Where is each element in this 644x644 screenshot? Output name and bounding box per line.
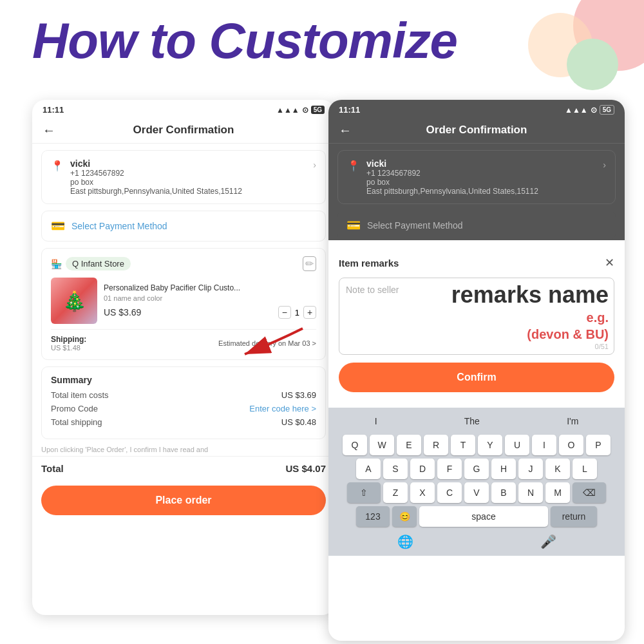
- left-header: ← Order Confirmation: [32, 120, 335, 144]
- key-s[interactable]: S: [383, 459, 408, 479]
- location-icon: 📍: [51, 160, 64, 172]
- remarks-close-button[interactable]: ✕: [605, 256, 614, 270]
- product-variant: 01 name and color: [104, 294, 316, 302]
- key-m[interactable]: M: [545, 482, 570, 503]
- key-j[interactable]: J: [518, 459, 543, 479]
- key-globe[interactable]: 🌐: [397, 534, 413, 549]
- right-payment-icon: 💳: [346, 218, 361, 232]
- key-numbers[interactable]: 123: [356, 506, 390, 527]
- summary-shipping-value: US $0.48: [281, 417, 316, 427]
- key-x[interactable]: X: [410, 482, 435, 503]
- right-back-button[interactable]: ←: [339, 123, 352, 138]
- store-name-badge: 🏪 Q Infant Store: [51, 257, 131, 270]
- key-z[interactable]: Z: [383, 482, 408, 503]
- store-header: 🏪 Q Infant Store ✏: [51, 256, 316, 271]
- address-city: East pittsburgh,Pennsylvania,United Stat…: [70, 187, 242, 196]
- key-a[interactable]: A: [356, 459, 381, 479]
- page-title: How to Customize: [32, 12, 457, 70]
- arrow-annotation: [232, 322, 309, 363]
- key-shift[interactable]: ⇧: [347, 482, 381, 503]
- summary-promo-label: Promo Code: [51, 404, 98, 413]
- key-space[interactable]: space: [419, 506, 548, 527]
- key-emoji[interactable]: 😊: [392, 506, 417, 527]
- right-payment-row[interactable]: 💳 Select Payment Method: [337, 211, 616, 240]
- right-status-icons: ▲▲▲ ⊙ 5G: [565, 105, 614, 115]
- key-k[interactable]: K: [545, 459, 570, 479]
- store-name: Q Infant Store: [66, 257, 131, 270]
- left-address-card[interactable]: 📍 vicki +1 1234567892 po box East pittsb…: [41, 150, 326, 204]
- remarks-input-area[interactable]: Note to seller 0/51 remarks name e.g.(de…: [339, 278, 614, 355]
- right-time: 11:11: [339, 105, 360, 115]
- keyboard-row-1: Q W E R T Y U I O P: [331, 435, 622, 455]
- bg-circle-green: [567, 39, 618, 90]
- key-o[interactable]: O: [559, 435, 583, 455]
- total-value: US $4.07: [285, 463, 326, 474]
- confirm-button[interactable]: Confirm: [339, 363, 614, 392]
- key-r[interactable]: R: [424, 435, 448, 455]
- summary-shipping-label: Total shipping: [51, 417, 102, 427]
- address-arrow: ›: [313, 160, 316, 170]
- key-y[interactable]: Y: [478, 435, 502, 455]
- product-name: Personalized Baby Pacifier Clip Custo...: [104, 283, 316, 294]
- key-u[interactable]: U: [505, 435, 529, 455]
- product-row: 🎄 Personalized Baby Pacifier Clip Custo.…: [51, 278, 316, 324]
- key-mic[interactable]: 🎤: [540, 534, 556, 549]
- key-c[interactable]: C: [437, 482, 462, 503]
- keyboard-suggestions: I The I'm: [331, 412, 622, 431]
- total-row: Total US $4.07: [32, 456, 335, 480]
- signal-icon: ▲▲▲: [276, 106, 299, 115]
- key-e[interactable]: E: [397, 435, 421, 455]
- key-l[interactable]: L: [573, 459, 597, 479]
- key-g[interactable]: G: [464, 459, 489, 479]
- summary-promo-row[interactable]: Promo Code Enter code here >: [51, 404, 316, 413]
- qty-decrease[interactable]: −: [278, 306, 291, 319]
- left-time: 11:11: [43, 105, 64, 115]
- shipping-label: Shipping:: [51, 335, 86, 344]
- keyboard: I The I'm Q W E R T Y U I O P A S D F G …: [328, 408, 625, 556]
- left-payment-row[interactable]: 💳 Select Payment Method: [41, 211, 326, 242]
- key-p[interactable]: P: [586, 435, 611, 455]
- key-h[interactable]: H: [491, 459, 516, 479]
- summary-item-cost-row: Total item costs US $3.69: [51, 390, 316, 400]
- summary-title: Summary: [51, 375, 316, 385]
- key-t[interactable]: T: [451, 435, 475, 455]
- keyboard-row-2: A S D F G H J K L: [331, 459, 622, 479]
- right-address-phone: +1 1234567892: [366, 169, 538, 178]
- remarks-modal: Item remarks ✕ Note to seller 0/51 remar…: [328, 247, 625, 408]
- left-back-button[interactable]: ←: [43, 123, 55, 138]
- key-i[interactable]: I: [532, 435, 556, 455]
- key-d[interactable]: D: [410, 459, 435, 479]
- right-wifi-icon: ⊙: [591, 106, 597, 115]
- key-delete[interactable]: ⌫: [573, 482, 606, 503]
- suggestion-im[interactable]: I'm: [560, 414, 585, 428]
- address-phone: +1 1234567892: [70, 169, 242, 178]
- suggestion-i[interactable]: I: [368, 414, 384, 428]
- key-w[interactable]: W: [370, 435, 394, 455]
- remarks-placeholder: Note to seller: [346, 285, 399, 295]
- qty-increase[interactable]: +: [303, 306, 316, 319]
- key-q[interactable]: Q: [343, 435, 367, 455]
- address-text: vicki +1 1234567892 po box East pittsbur…: [70, 158, 242, 196]
- phone-right: 11:11 ▲▲▲ ⊙ 5G ← Order Confirmation 📍 vi…: [328, 100, 625, 641]
- summary-item-label: Total item costs: [51, 390, 109, 400]
- right-header-title: Order Confirmation: [426, 124, 527, 137]
- suggestion-the[interactable]: The: [458, 414, 486, 428]
- summary-shipping-row: Total shipping US $0.48: [51, 417, 316, 427]
- key-n[interactable]: N: [518, 482, 543, 503]
- key-f[interactable]: F: [437, 459, 462, 479]
- right-address-arrow: ›: [603, 160, 606, 170]
- key-b[interactable]: B: [491, 482, 516, 503]
- left-header-title: Order Confirmation: [133, 124, 234, 137]
- right-cellular-badge: 5G: [600, 105, 614, 115]
- remarks-example-annotation: e.g.(devon & BU): [451, 309, 609, 343]
- key-v[interactable]: V: [464, 482, 489, 503]
- right-address-card[interactable]: 📍 vicki +1 1234567892 po box East pittsb…: [337, 150, 616, 204]
- place-order-button[interactable]: Place order: [41, 486, 326, 515]
- left-payment-text: Select Payment Method: [71, 221, 167, 231]
- key-return[interactable]: return: [551, 506, 597, 527]
- summary-promo-value: Enter code here >: [249, 404, 316, 413]
- note-icon[interactable]: ✏: [303, 256, 316, 271]
- right-address-name: vicki: [366, 158, 538, 169]
- store-icon: 🏪: [51, 259, 62, 269]
- address-name: vicki: [70, 158, 242, 169]
